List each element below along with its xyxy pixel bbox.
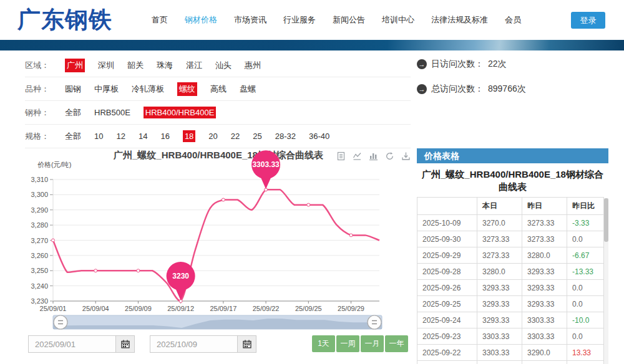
filter-option[interactable]: 12 [116,132,125,141]
panel-header: 价格表格 [417,148,608,163]
filter-option[interactable]: 惠州 [245,60,261,71]
column-change: 昨日比 [567,198,604,215]
table-scrollbar [604,198,608,364]
svg-text:3,310: 3,310 [31,176,48,183]
table-row: 2025-09-233303.333303.330.0 [417,328,604,345]
filter-option[interactable]: HRB400/HRB400E [144,107,217,118]
nav-item[interactable]: 新闻公告 [333,14,365,26]
end-date-input[interactable] [150,336,237,352]
panel-subtitle: 广州_螺纹_HRB400/HRB400E_18钢材综合曲线表 [417,168,608,193]
filter-option[interactable]: 韶关 [127,60,144,71]
filter-option[interactable]: 盘螺 [240,84,256,95]
table-row: 2025-09-263293.333293.330.0 [417,280,604,296]
filter-option[interactable]: 18 [183,130,195,142]
arrow-circle-icon: → [417,59,427,69]
filter-option[interactable]: 20 [208,132,217,141]
svg-text:3,260: 3,260 [31,252,48,259]
svg-text:25/09/01: 25/09/01 [40,305,67,312]
nav-item[interactable]: 行业服务 [283,14,316,26]
column-date [417,198,477,215]
filter-label: 规格： [25,131,65,142]
filter-option[interactable]: 湛江 [186,60,202,71]
svg-text:3,270: 3,270 [31,237,48,244]
filter-option[interactable]: 深圳 [98,60,114,71]
filter-option[interactable]: 冷轧薄板 [132,84,164,95]
calendar-button[interactable] [115,336,134,352]
main-nav: 首页钢材价格市场资讯行业服务新闻公告培训中心法律法规及标准会员 [152,0,521,40]
nav-item[interactable]: 法律法规及标准 [431,14,488,26]
end-date-group [150,335,256,353]
table-row: 2025-09-303273.333273.330.0 [417,231,604,247]
filter-option[interactable]: 中厚板 [94,84,119,95]
column-today: 本日 [477,198,522,215]
calendar-button[interactable] [237,336,256,352]
svg-text:25/09/12: 25/09/12 [167,305,194,312]
table-row: 2025-09-253293.333293.330.0 [417,296,604,312]
chart-section: 广州_螺纹_HRB400/HRB400E_18钢材综合曲线表 3,2303 [25,148,412,364]
filter-option[interactable]: 16 [160,132,169,141]
site-logo[interactable]: 广东钢铁 [17,4,112,36]
filter-option[interactable]: HRB500E [94,108,130,117]
price-table-panel: 价格表格 广州_螺纹_HRB400/HRB400E_18钢材综合曲线表 本日 昨… [417,148,608,364]
filter-option[interactable]: 圆钢 [65,84,81,95]
svg-text:3,280: 3,280 [31,221,48,229]
price-line-chart: 3,2303,2403,2503,2603,2703,2803,2903,300… [25,159,412,315]
datazoom-handle-left[interactable] [54,315,67,329]
range-button[interactable]: 1天 [312,335,335,352]
filter-option[interactable]: 螺纹 [177,82,197,96]
svg-text:25/09/22: 25/09/22 [253,305,280,312]
datazoom-handle-right[interactable] [368,315,381,329]
svg-text:25/09/29: 25/09/29 [338,305,364,312]
filter-option[interactable]: 28-32 [275,132,296,141]
filter-option[interactable]: 25 [253,132,261,141]
calendar-icon [243,340,251,348]
range-buttons: 1天一周一月一年 [312,335,408,352]
start-date-input[interactable] [29,336,115,352]
filter-option[interactable]: 全部 [65,131,81,142]
arrow-circle-icon: → [417,84,427,94]
filter-row: 区域：广州深圳韶关珠海湛江汕头惠州 [25,54,411,77]
nav-item[interactable]: 市场资讯 [234,14,266,26]
price-table: 本日 昨日 昨日比 2025-10-093270.03273.33-3.3320… [417,197,604,364]
calendar-icon [121,340,130,348]
filter-row: 规格：全部101214161820222528-3236-40 [25,125,411,148]
nav-item[interactable]: 钢材价格 [185,14,217,26]
range-button[interactable]: 一月 [361,335,384,352]
svg-text:25/09/09: 25/09/09 [125,305,152,312]
svg-text:3,240: 3,240 [31,282,48,290]
total-visits-label: 总访问次数： [431,84,484,95]
filter-option[interactable]: 高线 [210,84,227,95]
table-row: 2025-09-293273.333280.0-6.67 [417,247,604,264]
filter-option[interactable]: 珠海 [157,60,173,71]
filter-option[interactable]: 14 [139,132,147,141]
nav-item[interactable]: 会员 [505,14,521,26]
banner-image [0,40,624,50]
total-visits-value: 899766次 [488,84,526,95]
nav-item[interactable]: 首页 [152,14,168,26]
svg-text:25/09/04: 25/09/04 [82,305,109,312]
date-controls: 1天一周一月一年 [25,335,412,353]
nav-item[interactable]: 培训中心 [382,14,414,26]
filter-option[interactable]: 汕头 [215,60,232,71]
filter-option[interactable]: 36-40 [309,132,329,141]
svg-text:3,250: 3,250 [31,267,48,274]
table-row: 2025-09-243293.333303.33-10.0 [417,312,604,328]
filter-option[interactable]: 22 [231,132,240,141]
filter-option[interactable]: 10 [94,132,103,141]
datazoom-slider[interactable] [25,313,412,332]
svg-text:25/09/17: 25/09/17 [210,305,236,312]
svg-text:3,230: 3,230 [31,297,48,305]
range-button[interactable]: 一年 [385,335,408,352]
filter-label: 钢种： [25,107,65,118]
filter-option[interactable]: 广州 [65,59,85,72]
table-header-row: 本日 昨日 昨日比 [417,198,604,215]
range-button[interactable]: 一周 [336,335,359,352]
scrollbar-thumb[interactable] [604,198,608,242]
start-date-group [28,335,135,353]
login-button[interactable]: 登录 [571,12,605,29]
filter-label: 区域： [25,60,65,71]
svg-text:3,290: 3,290 [31,206,48,214]
filter-option[interactable]: 全部 [65,107,81,118]
table-row: 2025-10-093270.03273.33-3.33 [417,215,604,231]
filter-row: 钢种：全部HRB500EHRB400/HRB400E [25,101,411,125]
